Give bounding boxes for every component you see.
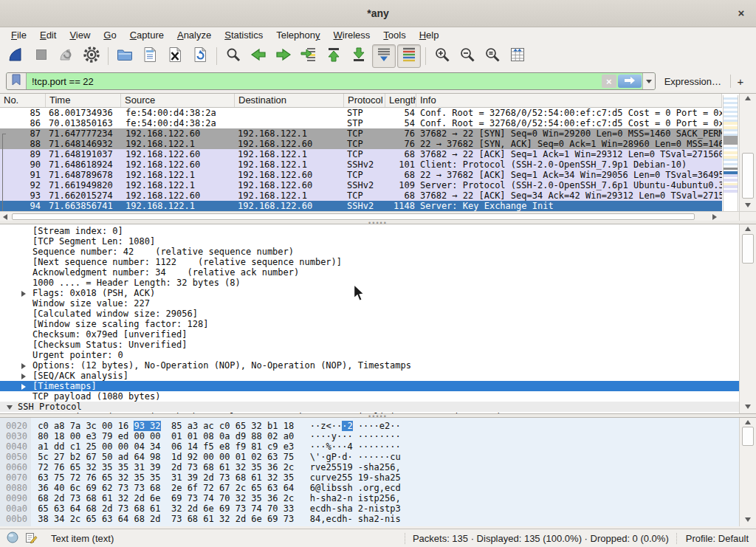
zoom-out-button[interactable]: [456, 44, 479, 68]
column-header-protocol[interactable]: Protocol: [344, 94, 385, 107]
hex-row-0070[interactable]: 0070 63 75 72 76 65 32 35 35 31 39 2d 73…: [6, 472, 401, 483]
start-capture-button[interactable]: [4, 44, 28, 68]
packet-row-86[interactable]: 8670.013850163fe:54:00:d4:38:2aSTP54Conf…: [0, 118, 722, 128]
expander-collapsed-icon[interactable]: [21, 384, 26, 390]
column-header-time[interactable]: Time: [46, 94, 121, 107]
stop-capture-button[interactable]: [30, 44, 53, 68]
resize-columns-button[interactable]: [506, 44, 529, 68]
expander-collapsed-icon[interactable]: [21, 291, 26, 297]
colorize-button[interactable]: [397, 44, 421, 68]
column-header-source[interactable]: Source: [121, 94, 235, 107]
details-vscrollbar-thumb[interactable]: [742, 234, 754, 264]
scroll-right-icon[interactable]: [712, 214, 717, 220]
hscrollbar-thumb[interactable]: [12, 213, 695, 220]
menu-file[interactable]: File: [4, 30, 33, 41]
detail-row[interactable]: Acknowledgment number: 34 (relative ack …: [0, 267, 743, 278]
hex-row-0050[interactable]: 0050 5c 27 b2 67 50 ad 64 98 1d 92 00 00…: [6, 452, 401, 462]
detail-row[interactable]: TCP payload (1080 bytes): [0, 391, 743, 402]
hex-scroll-down-icon[interactable]: [740, 517, 756, 522]
save-file-button[interactable]: [138, 44, 162, 68]
hex-vscrollbar[interactable]: [739, 418, 756, 526]
go-last-button[interactable]: [347, 44, 371, 68]
profile-label[interactable]: Profile: Default: [676, 533, 756, 544]
detail-row[interactable]: Window size value: 227: [0, 298, 743, 309]
expander-collapsed-icon[interactable]: [21, 363, 26, 369]
packet-row-89[interactable]: 8971.648191037192.168.122.60192.168.122.…: [0, 149, 722, 159]
open-file-button[interactable]: [113, 44, 137, 68]
details-scroll-up-icon[interactable]: [740, 227, 756, 231]
intelligent-scrollbar-minimap[interactable]: [723, 95, 738, 212]
expander-collapsed-icon[interactable]: [21, 374, 26, 379]
column-header-no[interactable]: No.: [0, 94, 46, 107]
packet-row-87[interactable]: 8771.647777234192.168.122.60192.168.122.…: [0, 128, 722, 139]
menu-view[interactable]: View: [63, 30, 97, 41]
detail-row[interactable]: [Stream index: 0]: [0, 226, 743, 236]
packet-row-94[interactable]: 9471.663856741192.168.122.1192.168.122.6…: [0, 201, 722, 211]
details-scroll-down-icon[interactable]: [740, 405, 756, 409]
hex-row-0040[interactable]: 0040 a1 dd c1 25 00 00 04 34 06 14 f5 e8…: [6, 441, 401, 452]
filter-bookmark-button[interactable]: [7, 73, 27, 89]
expert-info-button[interactable]: [7, 531, 18, 546]
menu-edit[interactable]: Edit: [33, 30, 63, 41]
hex-row-0020[interactable]: 0020 c0 a8 7a 3c 00 16 93 32 85 a3 ac c0…: [6, 421, 401, 431]
packet-row-90[interactable]: 9071.648618924192.168.122.60192.168.122.…: [0, 159, 722, 170]
menu-analyze[interactable]: Analyze: [171, 30, 218, 41]
detail-row[interactable]: Options: (12 bytes), No-Operation (NOP),…: [0, 360, 743, 371]
close-file-button[interactable]: [163, 44, 187, 68]
column-header-length[interactable]: Length: [385, 94, 416, 107]
details-vscrollbar[interactable]: [739, 224, 756, 413]
hex-row-0030[interactable]: 0030 80 18 00 e3 79 ed 00 00 01 01 08 0a…: [6, 431, 401, 441]
go-back-button[interactable]: [247, 44, 270, 68]
go-first-button[interactable]: [322, 44, 346, 68]
hex-row-0080[interactable]: 0080 36 40 6c 69 62 73 73 68 2e 6f 72 67…: [6, 483, 401, 493]
auto-scroll-button[interactable]: [372, 44, 396, 68]
hex-row-00a0[interactable]: 00a0 65 63 64 68 2d 73 68 61 32 2d 6e 69…: [6, 503, 401, 514]
filter-apply-button[interactable]: [618, 75, 642, 88]
hex-scroll-up-icon[interactable]: [740, 420, 756, 424]
detail-row[interactable]: [Next sequence number: 1122 (relative se…: [0, 257, 743, 267]
column-header-destination[interactable]: Destination: [235, 94, 344, 107]
expander-expanded-icon[interactable]: [7, 405, 13, 410]
restart-capture-button[interactable]: [55, 44, 78, 68]
menu-capture[interactable]: Capture: [123, 30, 171, 41]
menu-help[interactable]: Help: [413, 30, 446, 41]
scroll-left-icon[interactable]: [3, 214, 7, 220]
detail-row[interactable]: [Window size scaling factor: 128]: [0, 319, 743, 329]
hex-row-0090[interactable]: 0090 68 2d 73 68 61 32 2d 6e 69 73 74 70…: [6, 493, 401, 503]
scroll-down-icon[interactable]: [740, 203, 756, 207]
capture-comment-button[interactable]: [25, 531, 38, 546]
go-to-packet-button[interactable]: [297, 44, 320, 68]
go-forward-button[interactable]: [272, 44, 295, 68]
display-filter-input[interactable]: !tcp.port == 22: [27, 73, 601, 89]
hex-vscrollbar-thumb[interactable]: [742, 427, 754, 446]
scroll-up-icon[interactable]: [740, 96, 756, 100]
detail-row-selected[interactable]: [Timestamps]: [0, 381, 743, 391]
packet-row-91[interactable]: 9171.648789678192.168.122.1192.168.122.6…: [0, 170, 722, 180]
detail-row[interactable]: [TCP Segment Len: 1080]: [0, 236, 743, 247]
vscrollbar-thumb[interactable]: [742, 153, 754, 199]
detail-row[interactable]: SSH Protocol: [0, 402, 743, 412]
packet-row-92[interactable]: 9271.661949820192.168.122.1192.168.122.6…: [0, 180, 722, 190]
packet-row-88[interactable]: 8871.648146932192.168.122.1192.168.122.6…: [0, 139, 722, 149]
close-icon[interactable]: ×: [734, 6, 749, 21]
add-filter-button[interactable]: +: [731, 75, 750, 88]
menu-telephony[interactable]: Telephony: [269, 30, 326, 41]
zoom-original-button[interactable]: [481, 44, 504, 68]
zoom-in-button[interactable]: [430, 44, 454, 68]
detail-row[interactable]: Urgent pointer: 0: [0, 350, 743, 360]
menu-go[interactable]: Go: [97, 30, 123, 41]
capture-options-button[interactable]: [80, 44, 103, 68]
detail-row[interactable]: Flags: 0x018 (PSH, ACK): [0, 288, 743, 298]
hex-row-00b0[interactable]: 00b0 38 34 2c 65 63 64 68 2d 73 68 61 32…: [6, 514, 401, 524]
detail-row[interactable]: 1000 .... = Header Length: 32 bytes (8): [0, 278, 743, 288]
filter-clear-button[interactable]: ×: [602, 75, 616, 88]
detail-row[interactable]: [SEQ/ACK analysis]: [0, 371, 743, 381]
packet-list-vscrollbar[interactable]: [739, 94, 756, 212]
packet-row-85[interactable]: 8568.001734936fe:54:00:d4:38:2aSTP54Conf…: [0, 108, 722, 118]
hex-row-0060[interactable]: 0060 72 76 65 32 35 35 31 39 2d 73 68 61…: [6, 462, 401, 472]
reload-file-button[interactable]: [188, 44, 212, 68]
menu-wireless[interactable]: Wireless: [327, 30, 377, 41]
detail-row[interactable]: Checksum: 0x79ed [unverified]: [0, 329, 743, 340]
detail-row[interactable]: [Calculated window size: 29056]: [0, 309, 743, 319]
column-header-info[interactable]: Info: [416, 94, 722, 107]
